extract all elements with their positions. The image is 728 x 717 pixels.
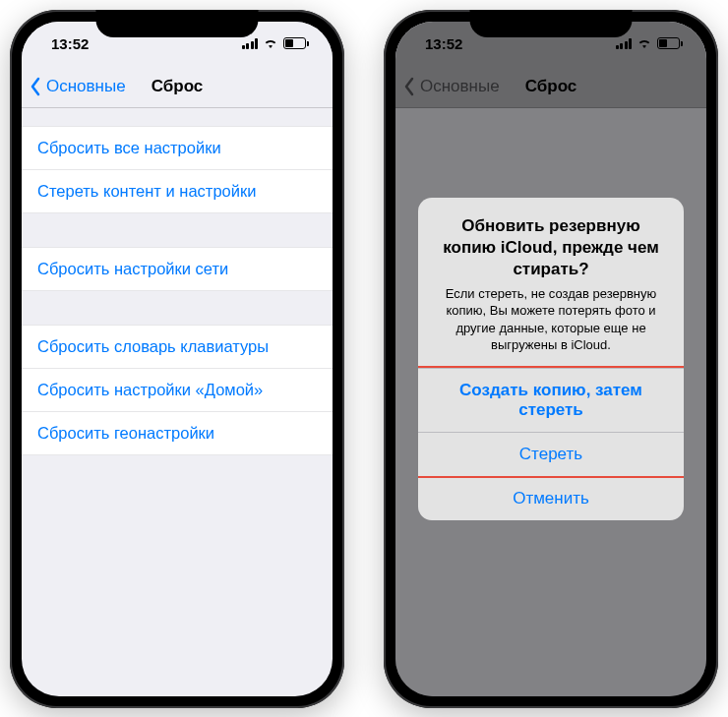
alert-title: Обновить резервную копию iCloud, прежде … [434, 215, 668, 280]
erase-button[interactable]: Стереть [418, 432, 684, 476]
chevron-left-icon [30, 77, 41, 96]
alert-message: Если стереть, не создав резервную копию,… [434, 285, 668, 354]
status-time: 13:52 [51, 35, 89, 52]
screen-left: 13:52 Основные Сброс Сбросить все настро… [22, 22, 333, 696]
signal-icon [242, 38, 259, 49]
notch [470, 10, 633, 37]
modal-overlay: Обновить резервную копию iCloud, прежде … [395, 22, 706, 696]
back-button[interactable]: Основные [22, 77, 126, 96]
notch [96, 10, 259, 37]
wifi-icon [263, 37, 278, 49]
back-label: Основные [46, 77, 126, 96]
cancel-button[interactable]: Отменить [418, 476, 684, 520]
screen-right: 13:52 Основные Сброс Сбросить все настро… [395, 22, 706, 696]
battery-icon [283, 37, 309, 49]
row-reset-network[interactable]: Сбросить настройки сети [22, 247, 333, 291]
settings-content: Сбросить все настройки Стереть контент и… [22, 108, 333, 455]
phone-right: 13:52 Основные Сброс Сбросить все настро… [384, 10, 718, 708]
row-erase-content-settings[interactable]: Стереть контент и настройки [22, 170, 333, 213]
nav-bar: Основные Сброс [22, 65, 333, 108]
row-reset-keyboard-dict[interactable]: Сбросить словарь клавиатуры [22, 325, 333, 369]
row-reset-location[interactable]: Сбросить геонастройки [22, 412, 333, 455]
backup-then-erase-button[interactable]: Создать копию, затем стереть [418, 368, 684, 432]
row-reset-all-settings[interactable]: Сбросить все настройки [22, 126, 333, 170]
row-reset-home-layout[interactable]: Сбросить настройки «Домой» [22, 369, 333, 412]
icloud-backup-alert: Обновить резервную копию iCloud, прежде … [418, 198, 684, 519]
phone-left: 13:52 Основные Сброс Сбросить все настро… [10, 10, 344, 708]
